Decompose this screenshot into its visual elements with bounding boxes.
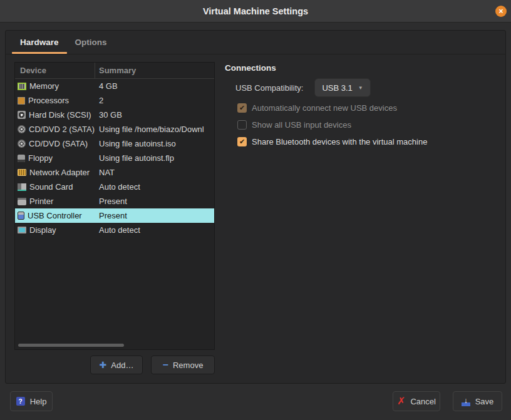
- processors-icon: [18, 97, 25, 105]
- device-summary: Present: [95, 211, 214, 220]
- tab-hardware[interactable]: Hardware: [12, 31, 67, 54]
- table-row[interactable]: CD/DVD 2 (SATA) Using file /home/biazo/D…: [15, 122, 214, 136]
- checkbox-row: Automatically connect new USB devices: [237, 103, 500, 113]
- device-cell: Memory: [15, 81, 95, 91]
- device-summary: NAT: [95, 168, 214, 177]
- device-cell: Network Adapter: [15, 168, 95, 177]
- plus-icon: ✚: [100, 361, 107, 369]
- remove-device-button[interactable]: − Remove: [151, 356, 215, 374]
- device-table-header: Device Summary: [15, 63, 214, 79]
- device-name: Hard Disk (SCSI): [29, 110, 91, 120]
- tabbar: Hardware Options: [6, 31, 505, 54]
- hard-disk-icon: [18, 111, 26, 119]
- device-summary: Present: [95, 197, 214, 206]
- minus-icon: −: [163, 360, 168, 370]
- cancel-button-label: Cancel: [410, 397, 435, 406]
- device-cell: Floppy: [15, 153, 95, 163]
- table-row[interactable]: Processors 2: [15, 93, 214, 108]
- window-title: Virtual Machine Settings: [203, 6, 308, 16]
- checkbox[interactable]: [237, 137, 247, 146]
- device-name: CD/DVD 2 (SATA): [29, 125, 95, 134]
- usb-compatibility-dropdown[interactable]: USB 3.1 ▼: [314, 78, 370, 97]
- device-name: Sound Card: [29, 182, 73, 192]
- table-row[interactable]: Display Auto detect: [15, 223, 214, 237]
- memory-icon: [18, 83, 26, 90]
- checkbox-row: Share Bluetooth devices with the virtual…: [237, 137, 500, 146]
- usb-compatibility-label: USB Compatibility:: [235, 83, 303, 93]
- device-cell: Display: [15, 225, 95, 235]
- help-button[interactable]: ? Help: [10, 391, 53, 411]
- help-button-label: Help: [30, 397, 47, 406]
- column-header-device[interactable]: Device: [15, 63, 95, 78]
- table-row[interactable]: Floppy Using file autoinst.flp: [15, 151, 214, 165]
- checkbox-label: Automatically connect new USB devices: [252, 103, 397, 113]
- checkbox-label: Share Bluetooth devices with the virtual…: [252, 137, 427, 146]
- table-row[interactable]: Sound Card Auto detect: [15, 180, 214, 194]
- checkbox[interactable]: [237, 120, 247, 130]
- close-icon-glyph: ×: [498, 8, 503, 15]
- chevron-down-icon: ▼: [358, 85, 363, 91]
- device-cell: Sound Card: [15, 182, 95, 192]
- device-table: Device Summary Memory 4 GB Processors 2 …: [14, 62, 215, 350]
- device-name: USB Controller: [28, 211, 82, 220]
- device-summary: 4 GB: [95, 81, 214, 91]
- network-icon: [18, 169, 26, 176]
- help-icon: ?: [16, 397, 25, 406]
- device-cell: Processors: [15, 96, 95, 105]
- device-name: Network Adapter: [29, 168, 90, 177]
- display-icon: [18, 227, 26, 233]
- device-summary: Using file autoinst.iso: [95, 139, 214, 148]
- table-row[interactable]: Printer Present: [15, 194, 214, 208]
- device-name: Floppy: [28, 153, 53, 163]
- save-button[interactable]: ↓ Save: [453, 391, 502, 411]
- checkbox[interactable]: [237, 103, 247, 113]
- tab-options[interactable]: Options: [67, 31, 115, 54]
- cd-dvd-icon: [18, 125, 26, 133]
- floppy-icon: [18, 155, 25, 162]
- device-rows: Memory 4 GB Processors 2 Hard Disk (SCSI…: [15, 79, 214, 237]
- device-summary: 30 GB: [95, 110, 214, 120]
- cd-dvd-icon: [18, 140, 26, 148]
- add-button-label: Add…: [111, 361, 133, 370]
- table-row[interactable]: USB Controller Present: [15, 208, 214, 223]
- device-summary: Auto detect: [95, 225, 214, 235]
- device-name: Printer: [29, 197, 53, 206]
- device-cell: CD/DVD (SATA): [15, 139, 95, 148]
- usb-icon: [18, 212, 24, 220]
- table-row[interactable]: Memory 4 GB: [15, 79, 214, 93]
- checkbox-label: Show all USB input devices: [252, 120, 351, 130]
- device-summary: Auto detect: [95, 182, 214, 192]
- usb-compatibility-row: USB Compatibility: USB 3.1 ▼: [235, 78, 371, 97]
- printer-icon: [18, 198, 26, 205]
- connections-heading: Connections: [225, 63, 276, 73]
- device-name: Memory: [29, 81, 59, 91]
- column-header-summary[interactable]: Summary: [95, 66, 214, 75]
- usb-compatibility-value: USB 3.1: [322, 83, 352, 93]
- device-summary: Using file autoinst.flp: [95, 153, 214, 163]
- device-summary: 2: [95, 96, 214, 105]
- device-summary: Using file /home/biazo/Downl: [95, 125, 214, 134]
- save-icon: ↓: [462, 397, 470, 406]
- add-device-button[interactable]: ✚ Add…: [90, 356, 143, 374]
- checkbox-row: Show all USB input devices: [237, 120, 500, 130]
- save-button-label: Save: [475, 397, 494, 406]
- titlebar: Virtual Machine Settings ×: [0, 0, 511, 23]
- sound-icon: [18, 183, 26, 191]
- table-row[interactable]: Network Adapter NAT: [15, 165, 214, 180]
- cancel-x-icon: ✗: [397, 396, 405, 406]
- tab-options-label: Options: [75, 38, 107, 47]
- cancel-button[interactable]: ✗ Cancel: [393, 391, 440, 411]
- device-cell: Printer: [15, 197, 95, 206]
- device-cell: USB Controller: [15, 211, 95, 220]
- device-cell: CD/DVD 2 (SATA): [15, 125, 95, 134]
- horizontal-scrollbar[interactable]: [18, 344, 124, 347]
- settings-panel: Hardware Options Device Summary Memory 4…: [5, 30, 506, 384]
- connections-checkboxes: Automatically connect new USB devices Sh…: [237, 103, 500, 154]
- tab-hardware-label: Hardware: [20, 38, 59, 47]
- remove-button-label: Remove: [173, 361, 203, 370]
- device-name: Display: [29, 225, 56, 235]
- table-row[interactable]: Hard Disk (SCSI) 30 GB: [15, 108, 214, 122]
- table-row[interactable]: CD/DVD (SATA) Using file autoinst.iso: [15, 136, 214, 151]
- device-cell: Hard Disk (SCSI): [15, 110, 95, 120]
- close-icon[interactable]: ×: [495, 6, 507, 17]
